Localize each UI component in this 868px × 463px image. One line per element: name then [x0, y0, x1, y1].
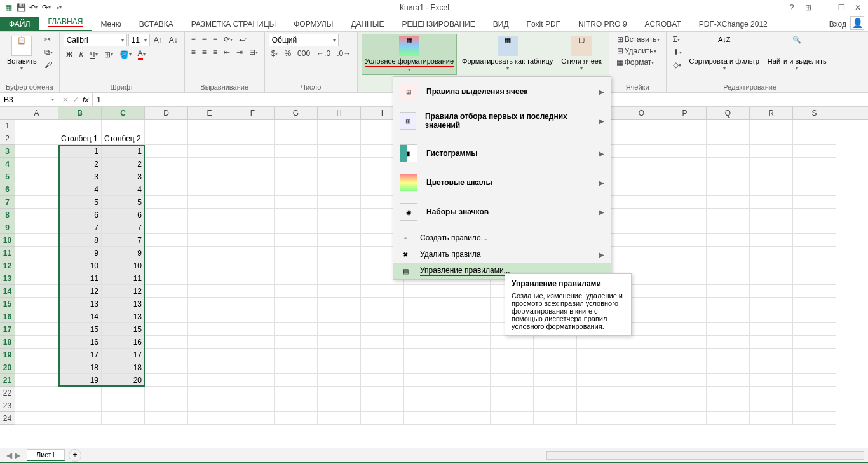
cell[interactable]	[577, 412, 620, 425]
cell[interactable]	[663, 272, 707, 285]
row-header[interactable]: 7	[0, 196, 15, 209]
font-name-select[interactable]: Calibri▾	[64, 34, 127, 46]
cell[interactable]	[620, 234, 663, 247]
row-header[interactable]: 24	[0, 412, 15, 425]
row-header[interactable]: 21	[0, 374, 15, 387]
menu-top-bottom-rules[interactable]: ⊞Правила отбора первых и последних значе…	[393, 106, 611, 135]
cell[interactable]	[793, 272, 836, 285]
cell[interactable]	[145, 310, 188, 323]
cell[interactable]	[145, 323, 188, 336]
cell[interactable]: 17	[102, 349, 145, 361]
cell[interactable]	[707, 272, 750, 285]
row-headers[interactable]: 123456789101112131415161718192021222324	[0, 120, 15, 425]
cell[interactable]: 13	[102, 298, 145, 310]
cell-styles-button[interactable]: ▢ Стили ячеек▾	[558, 34, 604, 74]
cell[interactable]	[361, 412, 404, 425]
cell[interactable]	[750, 399, 793, 412]
tab-review[interactable]: РЕЦЕНЗИРОВАНИЕ	[393, 17, 484, 31]
login-link[interactable]: Вход	[820, 17, 850, 31]
row-header[interactable]: 12	[0, 259, 15, 272]
cell[interactable]	[145, 399, 188, 412]
cell[interactable]	[534, 374, 577, 387]
cell[interactable]	[318, 387, 361, 399]
cell[interactable]	[145, 183, 188, 196]
tab-insert[interactable]: ВСТАВКА	[130, 17, 182, 31]
find-select-button[interactable]: 🔍Найти и выделить▾	[764, 34, 830, 74]
cell[interactable]	[404, 336, 447, 349]
cell[interactable]: 20	[102, 374, 145, 387]
cell[interactable]	[15, 374, 58, 387]
cell[interactable]	[707, 399, 750, 412]
cell[interactable]	[793, 120, 836, 132]
cell[interactable]	[404, 361, 447, 374]
cell[interactable]	[15, 221, 58, 234]
cell[interactable]: 13	[102, 310, 145, 323]
row-header[interactable]: 14	[0, 285, 15, 298]
cell[interactable]	[750, 361, 793, 374]
cell[interactable]	[15, 247, 58, 259]
cell[interactable]	[750, 387, 793, 399]
cell[interactable]	[15, 158, 58, 170]
cell[interactable]	[361, 336, 404, 349]
menu-clear-rules[interactable]: ✖Удалить правила▶	[393, 246, 611, 263]
fill-color-icon[interactable]: 🪣▾	[117, 49, 134, 60]
row-header[interactable]: 17	[0, 323, 15, 336]
cell[interactable]	[663, 399, 707, 412]
cell[interactable]	[318, 399, 361, 412]
cell[interactable]	[231, 310, 275, 323]
sheet-tab[interactable]: Лист1	[27, 449, 65, 461]
cell[interactable]	[102, 412, 145, 425]
row-header[interactable]: 2	[0, 132, 15, 145]
cell[interactable]	[188, 374, 231, 387]
cell[interactable]	[750, 272, 793, 285]
cell[interactable]	[750, 336, 793, 349]
cell[interactable]: 19	[58, 374, 102, 387]
cell[interactable]	[620, 170, 663, 183]
col-header[interactable]: H	[318, 107, 361, 119]
cell[interactable]	[231, 183, 275, 196]
cell[interactable]	[750, 323, 793, 336]
cell[interactable]	[620, 374, 663, 387]
col-header[interactable]: S	[793, 107, 836, 119]
cell[interactable]	[102, 387, 145, 399]
cell[interactable]	[275, 374, 318, 387]
cell[interactable]	[404, 374, 447, 387]
cell[interactable]	[58, 387, 102, 399]
tab-home[interactable]: ГЛАВНАЯ	[39, 15, 92, 31]
cell[interactable]	[188, 259, 231, 272]
cell[interactable]	[188, 196, 231, 209]
cell[interactable]	[231, 361, 275, 374]
cell[interactable]	[707, 209, 750, 221]
cell[interactable]	[620, 221, 663, 234]
cell[interactable]	[145, 298, 188, 310]
number-format-select[interactable]: Общий▾	[269, 34, 339, 46]
cell[interactable]: 7	[102, 234, 145, 247]
cell[interactable]	[750, 259, 793, 272]
cell[interactable]: 4	[102, 183, 145, 196]
decrease-font-icon[interactable]: A↓	[166, 34, 180, 46]
cell[interactable]	[620, 145, 663, 158]
close-icon[interactable]: ✕	[853, 3, 863, 12]
cell[interactable]	[15, 310, 58, 323]
cell[interactable]	[793, 247, 836, 259]
cell[interactable]	[750, 234, 793, 247]
cell[interactable]	[15, 272, 58, 285]
cell[interactable]	[145, 387, 188, 399]
cell[interactable]	[793, 298, 836, 310]
cell[interactable]	[663, 183, 707, 196]
cell[interactable]	[188, 387, 231, 399]
cell[interactable]	[620, 259, 663, 272]
tab-view[interactable]: ВИД	[484, 17, 518, 31]
cell[interactable]	[318, 234, 361, 247]
cell[interactable]	[707, 196, 750, 209]
cell[interactable]	[318, 221, 361, 234]
cell[interactable]	[793, 209, 836, 221]
cell[interactable]	[663, 310, 707, 323]
cell[interactable]	[663, 387, 707, 399]
cell[interactable]: 11	[58, 272, 102, 285]
format-painter-icon[interactable]: 🖌	[42, 59, 55, 71]
cell[interactable]: 6	[102, 209, 145, 221]
cell[interactable]	[231, 336, 275, 349]
cell[interactable]	[275, 323, 318, 336]
cell[interactable]	[275, 349, 318, 361]
